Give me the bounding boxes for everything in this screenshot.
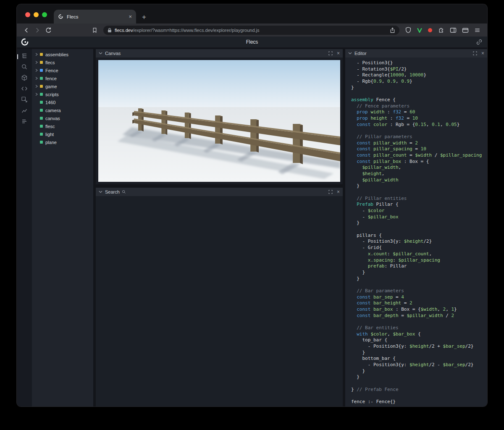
code-line[interactable]: - Position3{y: $height/2 + $bar_sep/2} bbox=[351, 343, 487, 350]
code-line[interactable]: x.count: $pillar_count, bbox=[351, 251, 487, 257]
code-line[interactable] bbox=[351, 189, 487, 196]
code-line[interactable] bbox=[351, 226, 487, 233]
code-line[interactable]: const bar_depth = $pillar_width / 2 bbox=[351, 313, 487, 319]
fullscreen-window-button[interactable] bbox=[42, 12, 47, 17]
bookmark-icon[interactable] bbox=[89, 25, 100, 35]
share-icon[interactable] bbox=[390, 27, 395, 33]
close-window-button[interactable] bbox=[25, 12, 30, 17]
expand-panel-icon[interactable] bbox=[473, 51, 477, 55]
code-line[interactable]: $height, bbox=[351, 171, 487, 177]
code-line[interactable]: - Rectangle{10000, 10000} bbox=[351, 72, 487, 79]
tree-item-camera[interactable]: camera bbox=[32, 106, 93, 114]
code-line[interactable]: } bbox=[351, 276, 487, 282]
code-line[interactable]: } bbox=[351, 85, 487, 91]
url-bar[interactable]: flecs.dev/explorer/?wasm=https://www.fle… bbox=[103, 26, 399, 35]
code-line[interactable]: const pillar_box : Box = { bbox=[351, 159, 487, 165]
shield-icon[interactable] bbox=[403, 25, 414, 35]
inspect-icon[interactable] bbox=[21, 96, 28, 103]
code-line[interactable]: with $color, $bar_box { bbox=[351, 331, 487, 338]
canvas-viewport[interactable] bbox=[98, 60, 340, 182]
code-line[interactable]: } bbox=[351, 368, 487, 375]
tree-item-1460[interactable]: 1460 bbox=[32, 98, 93, 106]
browser-tab-flecs[interactable]: Flecs × bbox=[54, 10, 136, 24]
close-panel-icon[interactable]: × bbox=[337, 51, 340, 56]
menu-icon[interactable] bbox=[474, 27, 480, 33]
code-line[interactable]: // Bar entities bbox=[351, 325, 487, 331]
code-line[interactable]: const bar_box : Box = {$width, 2, 1} bbox=[351, 307, 487, 313]
forward-button[interactable] bbox=[32, 25, 43, 35]
canvas-panel-header[interactable]: Canvas × bbox=[96, 49, 343, 58]
code-line[interactable] bbox=[351, 128, 487, 134]
tree-item-plane[interactable]: plane bbox=[32, 138, 93, 146]
code-line[interactable]: // Bar parameters bbox=[351, 288, 487, 294]
expand-panel-icon[interactable] bbox=[328, 51, 333, 55]
wallet-icon[interactable] bbox=[462, 27, 469, 33]
code-line[interactable]: - Position3{y: $height/2 - $bar_sep/2} bbox=[351, 362, 487, 368]
expand-caret-icon[interactable] bbox=[35, 76, 39, 80]
code-line[interactable]: prefab: Pillar bbox=[351, 263, 487, 270]
code-line[interactable]: const pillar_count = $width / $pillar_sp… bbox=[351, 152, 487, 159]
close-panel-icon[interactable]: × bbox=[481, 51, 484, 56]
code-line[interactable]: const bar_height = 2 bbox=[351, 300, 487, 307]
code-line[interactable]: Prefab Pillar { bbox=[351, 202, 487, 208]
code-icon[interactable] bbox=[21, 85, 28, 92]
cube-icon[interactable] bbox=[21, 74, 28, 81]
code-line[interactable]: const color : Rgb = {0.15, 0.1, 0.05} bbox=[351, 122, 487, 128]
expand-caret-icon[interactable] bbox=[35, 92, 39, 96]
code-line[interactable]: const pillar_width = 2 bbox=[351, 140, 487, 147]
tree-item-light[interactable]: light bbox=[32, 130, 93, 138]
minimize-window-button[interactable] bbox=[34, 12, 39, 17]
code-line[interactable]: x.spacing: $pillar_spacing bbox=[351, 257, 487, 264]
tree-item-assemblies[interactable]: assemblies bbox=[32, 50, 93, 58]
editor-code[interactable]: - Position3{} - Rotation3{$PI/2} - Recta… bbox=[345, 58, 487, 406]
tab-close-icon[interactable]: × bbox=[129, 14, 132, 19]
chevron-down-icon[interactable] bbox=[348, 52, 352, 55]
tree-item-flesc[interactable]: flesc bbox=[32, 122, 93, 130]
code-line[interactable]: bottom_bar { bbox=[351, 356, 487, 362]
code-line[interactable] bbox=[351, 282, 487, 288]
code-line[interactable]: const pillar_spacing = 10 bbox=[351, 146, 487, 152]
code-line[interactable]: } bbox=[351, 220, 487, 226]
link-icon[interactable] bbox=[476, 39, 482, 45]
code-line[interactable]: // Pillar entities bbox=[351, 196, 487, 202]
code-line[interactable]: - $color bbox=[351, 208, 487, 214]
tree-item-Fence[interactable]: Fence bbox=[32, 66, 93, 74]
code-line[interactable]: - Rotation3{$PI/2} bbox=[351, 66, 487, 73]
tree-item-fence[interactable]: fence bbox=[32, 74, 93, 82]
tree-item-scripts[interactable]: scripts bbox=[32, 90, 93, 98]
code-line[interactable] bbox=[351, 91, 487, 97]
code-line[interactable]: - Rgb{0.9, 0.9, 0.9} bbox=[351, 79, 487, 85]
code-line[interactable]: - Position3{} bbox=[351, 60, 487, 66]
expand-panel-icon[interactable] bbox=[328, 190, 333, 194]
code-line[interactable]: } bbox=[351, 183, 487, 189]
code-line[interactable]: // Pillar parameters bbox=[351, 134, 487, 140]
code-line[interactable]: fence :- Fence{} bbox=[351, 399, 487, 405]
expand-caret-icon[interactable] bbox=[35, 60, 39, 64]
tree-item-canvas[interactable]: canvas bbox=[32, 114, 93, 122]
editor-panel-header[interactable]: Editor × bbox=[345, 49, 487, 58]
code-line[interactable]: } bbox=[351, 374, 487, 380]
code-line[interactable]: assembly Fence { bbox=[351, 97, 487, 103]
code-line[interactable] bbox=[351, 393, 487, 399]
chevron-down-icon[interactable] bbox=[99, 52, 102, 55]
stats-icon[interactable] bbox=[21, 118, 28, 125]
extensions-puzzle-icon[interactable] bbox=[438, 27, 444, 33]
back-button[interactable] bbox=[21, 25, 32, 35]
tree-item-flecs[interactable]: flecs bbox=[32, 58, 93, 66]
tree-item-game[interactable]: game bbox=[32, 82, 93, 90]
code-line[interactable]: } bbox=[351, 270, 487, 276]
code-line[interactable]: - $pillar_box bbox=[351, 214, 487, 220]
code-line[interactable]: prop width : f32 = 60 bbox=[351, 109, 487, 115]
expand-caret-icon[interactable] bbox=[35, 84, 39, 88]
close-panel-icon[interactable]: × bbox=[337, 189, 340, 194]
code-line[interactable]: - Grid{ bbox=[351, 245, 487, 251]
code-line[interactable]: } // Prefab Fence bbox=[351, 387, 487, 393]
code-line[interactable]: $pillar_width, bbox=[351, 165, 487, 171]
reload-button[interactable] bbox=[43, 25, 54, 35]
code-line[interactable]: top_bar { bbox=[351, 337, 487, 343]
code-line[interactable]: - Position3{y: $height/2} bbox=[351, 239, 487, 245]
v-extension-icon[interactable] bbox=[417, 28, 422, 33]
code-line[interactable]: pillars { bbox=[351, 233, 487, 239]
code-line[interactable]: // Fence parameters bbox=[351, 103, 487, 110]
hierarchy-icon[interactable] bbox=[21, 52, 28, 59]
